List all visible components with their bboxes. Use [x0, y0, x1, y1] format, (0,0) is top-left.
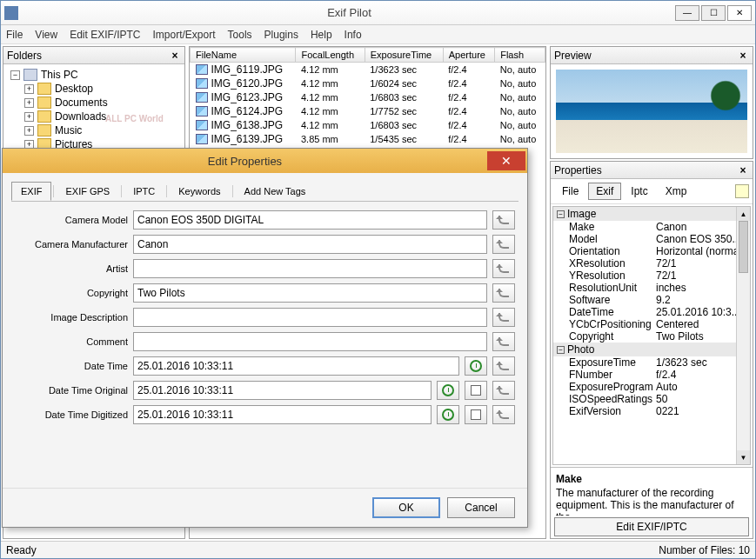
group-collapse-icon[interactable]: − [557, 346, 565, 354]
tree-expand-icon[interactable]: + [24, 84, 34, 94]
prop-row[interactable]: XResolution72/1 [553, 257, 750, 270]
prop-tab-xmp[interactable]: Xmp [658, 183, 695, 200]
column-filename[interactable]: FileName [191, 48, 296, 63]
prop-row[interactable]: Software9.2 [553, 294, 750, 306]
prop-tab-file[interactable]: File [554, 183, 586, 200]
ok-button[interactable]: OK [372, 497, 440, 518]
prop-row[interactable]: ModelCanon EOS 350... [553, 233, 750, 245]
form-input-comment[interactable] [133, 332, 487, 351]
undo-button[interactable] [492, 405, 515, 424]
prop-group-image[interactable]: −Image [553, 207, 750, 221]
scroll-up-icon[interactable]: ▲ [737, 207, 750, 221]
tree-node-documents[interactable]: +Documents [7, 96, 181, 110]
column-aperture[interactable]: Aperture [443, 48, 494, 63]
scroll-down-icon[interactable]: ▼ [737, 450, 750, 464]
prop-row[interactable]: FNumberf/2.4 [553, 369, 750, 381]
cancel-button[interactable]: Cancel [447, 497, 515, 518]
tree-expand-icon[interactable]: + [24, 126, 34, 136]
tree-expand-icon[interactable]: + [24, 112, 34, 122]
close-button[interactable]: ✕ [727, 5, 752, 21]
form-input-image-description[interactable] [133, 308, 487, 327]
undo-button[interactable] [492, 283, 515, 303]
dialog-tab-add-new-tags[interactable]: Add New Tags [235, 182, 316, 201]
tree-expand-icon[interactable]: + [24, 98, 34, 108]
table-row[interactable]: IMG_6123.JPG4.12 mm1/6803 secf/2.4No, au… [191, 90, 545, 104]
form-input-copyright[interactable] [133, 283, 487, 303]
table-row[interactable]: IMG_6119.JPG4.12 mm1/3623 secf/2.4No, au… [191, 63, 545, 77]
preview-header: Preview × [551, 47, 753, 64]
undo-button[interactable] [492, 356, 515, 376]
properties-close-icon[interactable]: × [737, 164, 749, 176]
menu-file[interactable]: File [6, 29, 23, 41]
column-exposuretime[interactable]: ExposureTime [365, 48, 443, 63]
prop-row[interactable]: ExposureTime1/3623 sec [553, 356, 750, 369]
tree-node-downloads[interactable]: +Downloads [7, 110, 181, 123]
form-input-camera-model[interactable] [133, 210, 487, 230]
dialog-close-button[interactable]: ✕ [487, 151, 525, 170]
clock-button[interactable] [437, 381, 459, 400]
minimize-button[interactable]: — [675, 5, 699, 21]
properties-scrollbar[interactable]: ▲ ▼ [736, 207, 750, 464]
dialog-tab-keywords[interactable]: Keywords [169, 182, 230, 201]
menu-import-export[interactable]: Import/Export [153, 29, 216, 41]
prop-row[interactable]: ExposureProgramAuto [553, 381, 750, 393]
cell-flash: No, auto [495, 63, 545, 77]
tree-label: Desktop [55, 83, 93, 95]
menu-help[interactable]: Help [311, 29, 332, 41]
clock-button[interactable] [465, 356, 487, 376]
column-flash[interactable]: Flash [495, 48, 545, 63]
tree-expand-icon[interactable]: − [10, 70, 20, 80]
prop-row[interactable]: ExifVersion0221 [553, 405, 750, 417]
prop-row[interactable]: ResolutionUnitinches [553, 282, 750, 294]
dialog-tab-exif-gps[interactable]: EXIF GPS [56, 182, 119, 201]
prop-row[interactable]: YResolution72/1 [553, 270, 750, 282]
undo-button[interactable] [492, 235, 515, 254]
prop-row[interactable]: CopyrightTwo Pilots [553, 330, 750, 343]
maximize-button[interactable]: ☐ [701, 5, 726, 21]
group-name: Photo [567, 343, 594, 356]
form-input-date-time[interactable] [133, 356, 459, 376]
prop-row[interactable]: ISOSpeedRatings50 [553, 393, 750, 405]
form-input-camera-manufacturer[interactable] [133, 235, 487, 254]
preview-close-icon[interactable]: × [737, 50, 749, 62]
tree-node-music[interactable]: +Music [7, 123, 181, 137]
undo-button[interactable] [492, 308, 515, 327]
menu-edit-exif-iptc[interactable]: Edit EXIF/IPTC [70, 29, 140, 41]
prop-group-photo[interactable]: −Photo [553, 343, 750, 356]
dialog-tab-iptc[interactable]: IPTC [124, 182, 164, 201]
undo-button[interactable] [492, 259, 515, 278]
menu-view[interactable]: View [35, 29, 57, 41]
properties-options-icon[interactable] [735, 184, 749, 198]
copy-button[interactable] [465, 405, 487, 424]
group-collapse-icon[interactable]: − [557, 210, 565, 218]
prop-tab-iptc[interactable]: Iptc [623, 183, 655, 200]
undo-button[interactable] [492, 332, 515, 351]
menu-plugins[interactable]: Plugins [264, 29, 298, 41]
undo-button[interactable] [492, 381, 515, 400]
form-input-date-time-original[interactable] [133, 381, 432, 400]
column-focallength[interactable]: FocalLength [296, 48, 365, 63]
table-row[interactable]: IMG_6138.JPG4.12 mm1/6803 secf/2.4No, au… [191, 118, 545, 132]
tree-node-this-pc[interactable]: −This PC [7, 68, 181, 82]
menu-tools[interactable]: Tools [228, 29, 252, 41]
table-row[interactable]: IMG_6120.JPG4.12 mm1/6024 secf/2.4No, au… [191, 77, 545, 90]
properties-list[interactable]: −ImageMakeCanonModelCanon EOS 350...Orie… [552, 206, 751, 465]
table-row[interactable]: IMG_6139.JPG3.85 mm1/5435 secf/2.4No, au… [191, 132, 545, 146]
menu-info[interactable]: Info [345, 29, 362, 41]
form-input-artist[interactable] [133, 259, 487, 278]
clock-button[interactable] [437, 405, 459, 424]
scroll-thumb[interactable] [739, 221, 748, 273]
prop-row[interactable]: DateTime25.01.2016 10:3... [553, 306, 750, 318]
table-row[interactable]: IMG_6124.JPG4.12 mm1/7752 secf/2.4No, au… [191, 104, 545, 118]
undo-button[interactable] [492, 210, 515, 230]
prop-row[interactable]: MakeCanon [553, 221, 750, 233]
tree-node-desktop[interactable]: +Desktop [7, 82, 181, 96]
prop-row[interactable]: YCbCrPositioningCentered [553, 318, 750, 330]
folders-close-icon[interactable]: × [169, 50, 181, 62]
edit-exif-iptc-button[interactable]: Edit EXIF/IPTC [554, 517, 749, 536]
form-input-date-time-digitized[interactable] [133, 405, 432, 424]
prop-tab-exif[interactable]: Exif [588, 183, 621, 200]
copy-button[interactable] [465, 381, 487, 400]
dialog-tab-exif[interactable]: EXIF [11, 182, 51, 201]
prop-row[interactable]: OrientationHorizontal (normal) [553, 245, 750, 257]
